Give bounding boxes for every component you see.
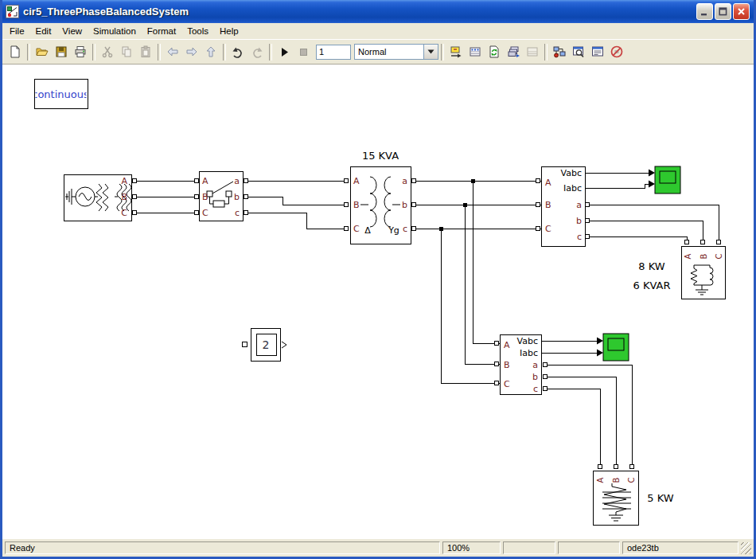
scope1-screen: [660, 171, 676, 183]
meas2-out-vabc: Vabc: [517, 336, 538, 346]
maximize-button[interactable]: [715, 3, 731, 20]
library-browser-button[interactable]: [550, 43, 569, 61]
subsystem2-out-port: [282, 342, 286, 348]
subsystem2-label: 2: [263, 338, 270, 351]
save-button[interactable]: [52, 43, 71, 61]
build-button[interactable]: [466, 43, 485, 61]
paste-clipboard-icon: [138, 45, 153, 59]
back-arrow-icon: [166, 45, 180, 59]
stop-simulation-button[interactable]: [294, 43, 313, 61]
start-simulation-button[interactable]: [275, 43, 294, 61]
junction-c: [439, 227, 443, 231]
chevron-down-icon: [427, 49, 435, 54]
load1-annotation-line2: 6 KVAR: [633, 280, 671, 291]
status-panel-empty-1: [503, 541, 555, 554]
transformer-yg-label: Yg: [388, 225, 399, 236]
meas2-out-c: c: [533, 384, 538, 394]
print-button[interactable]: [71, 43, 90, 61]
vi-measurement-block-2[interactable]: A B C Vabc Iabc a b c: [494, 334, 547, 394]
powergui-label: continuous: [32, 88, 89, 100]
load2-annotation: 5 KW: [647, 492, 673, 504]
source-port-c: C: [121, 208, 127, 218]
simulation-mode-select[interactable]: Normal: [354, 44, 438, 60]
paste-button[interactable]: [136, 43, 155, 61]
library-browser-icon: [552, 45, 567, 59]
redo-button[interactable]: [247, 43, 267, 61]
breaker-port-c: c: [235, 208, 240, 218]
minimize-button[interactable]: [696, 3, 713, 20]
build-disabled-button[interactable]: [523, 43, 542, 61]
solver-name: ode23tb: [622, 541, 738, 554]
menu-format[interactable]: Format: [142, 25, 181, 37]
transformer-port-a: a: [402, 176, 407, 186]
powergui-block[interactable]: continuous: [32, 79, 89, 108]
up-level-button[interactable]: [201, 43, 220, 61]
wires-breaker-to-transformer[interactable]: [247, 181, 344, 229]
printer-icon: [73, 45, 88, 59]
breaker-port-b: b: [234, 192, 240, 202]
meas1-port-C: C: [545, 224, 551, 234]
load2-block[interactable]: A B C: [593, 464, 638, 525]
menu-view[interactable]: View: [57, 25, 88, 37]
copy-button[interactable]: [117, 43, 136, 61]
wires-meas1-to-load1[interactable]: [589, 205, 719, 240]
source-port-a: A: [121, 176, 127, 186]
minimize-icon: [700, 7, 709, 16]
close-button[interactable]: [733, 3, 750, 20]
subsystem2-block[interactable]: 2: [242, 328, 286, 361]
model-explorer-button[interactable]: [588, 43, 607, 61]
status-message: Ready: [5, 541, 440, 554]
forward-button[interactable]: [182, 43, 201, 61]
scope1-block[interactable]: [655, 166, 680, 194]
breaker-port-a: a: [234, 176, 240, 186]
up-arrow-icon: [204, 45, 218, 59]
close-icon: [737, 7, 746, 16]
meas2-port-A: A: [504, 340, 510, 350]
simulink-model-icon: [6, 5, 19, 18]
library-button[interactable]: [504, 43, 523, 61]
vi-measurement-block-1[interactable]: A B C Vabc Iabc a b c: [536, 166, 589, 246]
meas2-out-a: a: [532, 360, 538, 370]
wires-source-to-breaker[interactable]: [136, 181, 194, 213]
menu-simulation[interactable]: Simulation: [88, 25, 142, 37]
load1-block[interactable]: A B C: [681, 240, 725, 299]
forward-arrow-icon: [185, 45, 199, 59]
model-canvas[interactable]: continuous A B: [2, 64, 754, 539]
junction-b: [463, 203, 467, 207]
undo-button[interactable]: [228, 43, 247, 61]
menu-help[interactable]: Help: [214, 25, 244, 37]
resize-grip[interactable]: [741, 542, 751, 554]
window-title: cir5_ThreePhaseBalancedSystem: [23, 6, 692, 18]
three-phase-transformer-block[interactable]: 15 KVA A B C a b c Δ Yg: [344, 150, 415, 244]
wires-meas2-to-scope2[interactable]: [541, 338, 603, 357]
debug-disabled-button[interactable]: [607, 43, 626, 61]
wires-meas2-to-load2[interactable]: [547, 365, 632, 464]
three-phase-source-block[interactable]: A B C: [64, 174, 136, 221]
three-phase-breaker-block[interactable]: A B C a b c: [194, 171, 247, 221]
external-mode-button[interactable]: [446, 43, 466, 61]
menu-file[interactable]: File: [4, 25, 30, 37]
model-browser-button[interactable]: [569, 43, 588, 61]
scope2-block[interactable]: [603, 334, 629, 361]
simulation-stop-time-input[interactable]: [316, 45, 351, 60]
wires-meas1-to-scope1[interactable]: [585, 170, 655, 189]
meas2-out-iabc: Iabc: [520, 348, 538, 358]
load1-annotation-line1: 8 KW: [638, 260, 664, 272]
undo-icon: [231, 45, 245, 59]
status-panel-empty-2: [558, 541, 620, 554]
copy-icon: [119, 45, 134, 59]
scope2-screen: [608, 338, 624, 350]
cut-button[interactable]: [98, 43, 117, 61]
back-button[interactable]: [163, 43, 182, 61]
update-diagram-button[interactable]: [485, 43, 504, 61]
combo-dropdown-button[interactable]: [423, 45, 438, 59]
menu-tools[interactable]: Tools: [181, 25, 214, 37]
meas1-port-A: A: [545, 178, 551, 188]
open-button[interactable]: [33, 43, 52, 61]
meas1-out-c: c: [577, 232, 582, 242]
menu-edit[interactable]: Edit: [30, 25, 57, 37]
toolbar: Normal: [2, 39, 754, 64]
new-model-button[interactable]: [6, 43, 25, 61]
transformer-port-C: C: [353, 224, 360, 234]
open-folder-icon: [35, 45, 49, 59]
